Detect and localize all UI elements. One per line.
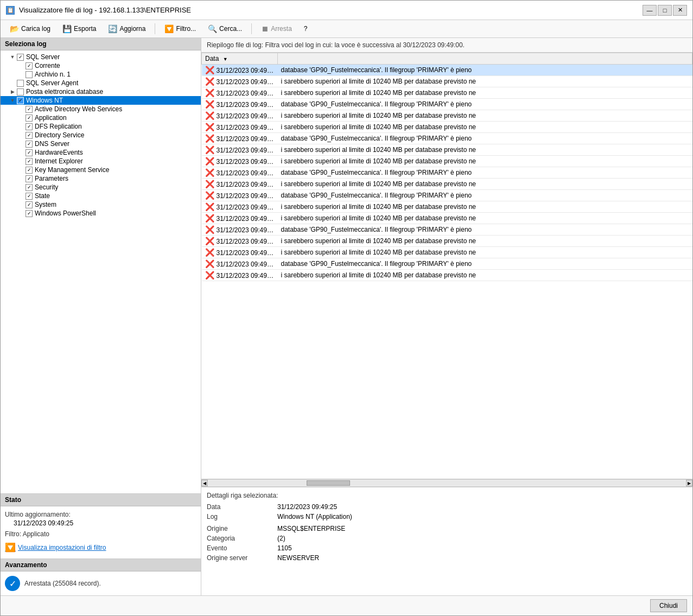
tree-item-corrente[interactable]: Corrente (1, 61, 201, 70)
filter-button[interactable]: 🔽 Filtro... (160, 22, 201, 35)
tree-item-windows-nt[interactable]: ▼ Windows NT (1, 96, 201, 105)
close-button[interactable]: Chiudi (650, 599, 687, 612)
directory-label: Directory Service (35, 131, 84, 139)
checkbox-state[interactable] (26, 193, 33, 200)
details-label-server: Origine server (207, 554, 272, 562)
spacer-sec (18, 184, 24, 190)
application-label: Application (35, 114, 67, 122)
dns-label: DNS Server (35, 140, 69, 148)
tree-item-application[interactable]: Application (1, 113, 201, 122)
table-row[interactable]: ❌31/12/2023 09:49:25database 'GP90_Fuste… (202, 99, 692, 110)
table-row[interactable]: ❌31/12/2023 09:49:25database 'GP90_Fuste… (202, 190, 692, 201)
table-row[interactable]: ❌31/12/2023 09:49:25i sarebbero superior… (202, 87, 692, 99)
checkbox-security[interactable] (26, 184, 33, 191)
table-row[interactable]: ❌31/12/2023 09:49:25database 'GP90_Fuste… (202, 224, 692, 236)
table-row[interactable]: ❌31/12/2023 09:49:25i sarebbero superior… (202, 236, 692, 247)
tree-item-hardware[interactable]: HardwareEvents (1, 148, 201, 157)
close-window-button[interactable]: ✕ (673, 5, 687, 16)
log-msg-cell: i sarebbero superiori al limite di 10240… (278, 144, 692, 156)
scroll-left-btn[interactable]: ◀ (201, 480, 208, 486)
maximize-button[interactable]: □ (658, 5, 672, 16)
filter-label: Filtro... (176, 25, 196, 33)
table-row[interactable]: ❌31/12/2023 09:49:25i sarebbero superior… (202, 179, 692, 190)
details-label-origine: Origine (207, 524, 272, 533)
refresh-button[interactable]: 🔄 Aggiorna (103, 22, 150, 35)
table-row[interactable]: ❌31/12/2023 09:49:25database 'GP90_Fuste… (202, 258, 692, 270)
checkbox-ie[interactable] (26, 158, 33, 165)
expand-icon-posta: ▶ (9, 88, 16, 95)
stop-button[interactable]: ⏹ Arresta (256, 22, 297, 35)
log-date-cell: ❌31/12/2023 09:49:25 (202, 224, 278, 236)
checkbox-application[interactable] (26, 115, 33, 122)
log-table-container[interactable]: Data ▼ ❌31/12/2023 09:49:25database 'GP9… (201, 53, 692, 479)
tree-item-key-mgmt[interactable]: Key Management Service (1, 166, 201, 174)
state-label: State (35, 192, 50, 200)
help-button[interactable]: ? (299, 23, 313, 35)
checkbox-ad-web[interactable] (26, 106, 33, 113)
checkbox-dfs[interactable] (26, 123, 33, 130)
checkbox-powershell[interactable] (26, 210, 33, 217)
status-section: Stato Ultimo aggiornamento: 31/12/2023 0… (1, 494, 201, 559)
checkbox-sql-agent[interactable] (17, 80, 24, 87)
minimize-button[interactable]: — (643, 5, 657, 16)
table-row[interactable]: ❌31/12/2023 09:49:25database 'GP90_Fuste… (202, 65, 692, 76)
stop-icon: ⏹ (261, 24, 269, 33)
log-msg-cell: database 'GP90_Fustelmeccanica'. Il file… (278, 99, 692, 110)
checkbox-directory[interactable] (26, 132, 33, 139)
tree-item-archivio[interactable]: Archivio n. 1 (1, 70, 201, 79)
col-header-data[interactable]: Data ▼ (202, 53, 278, 65)
tree-item-system[interactable]: System (1, 200, 201, 209)
checkbox-posta[interactable] (17, 88, 24, 96)
load-log-button[interactable]: 📂 Carica log (5, 22, 55, 35)
checkbox-hardware[interactable] (26, 149, 33, 156)
table-row[interactable]: ❌31/12/2023 09:49:25i sarebbero superior… (202, 247, 692, 258)
table-row[interactable]: ❌31/12/2023 09:49:25i sarebbero superior… (202, 110, 692, 122)
tree-item-sql-agent[interactable]: SQL Server Agent (1, 79, 201, 87)
scroll-right-btn[interactable]: ▶ (686, 480, 692, 486)
table-row[interactable]: ❌31/12/2023 09:49:25i sarebbero superior… (202, 144, 692, 156)
tree-item-directory[interactable]: Directory Service (1, 131, 201, 139)
tree-item-state[interactable]: State (1, 192, 201, 200)
tree-item-dns[interactable]: DNS Server (1, 139, 201, 148)
checkbox-corrente[interactable] (26, 62, 33, 69)
log-msg-cell: database 'GP90_Fustelmeccanica'. Il file… (278, 224, 692, 236)
tree-item-ie[interactable]: Internet Explorer (1, 157, 201, 166)
table-row[interactable]: ❌31/12/2023 09:49:25i sarebbero superior… (202, 156, 692, 167)
help-label: ? (304, 25, 308, 33)
log-date-cell: ❌31/12/2023 09:49:25 (202, 236, 278, 247)
tree-item-posta[interactable]: ▶ Posta elettronica database (1, 87, 201, 96)
checkbox-system[interactable] (26, 201, 33, 208)
error-icon: ❌ (205, 202, 214, 211)
error-icon: ❌ (205, 259, 214, 268)
checkbox-key-mgmt[interactable] (26, 167, 33, 174)
tree-item-security[interactable]: Security (1, 183, 201, 192)
table-row[interactable]: ❌31/12/2023 09:49:25i sarebbero superior… (202, 213, 692, 224)
error-icon: ❌ (205, 88, 214, 97)
table-row[interactable]: ❌31/12/2023 09:49:25i sarebbero superior… (202, 76, 692, 87)
checkbox-parameters[interactable] (26, 175, 33, 182)
log-msg-cell: i sarebbero superiori al limite di 10240… (278, 270, 692, 281)
tree-item-sql-server[interactable]: ▼ SQL Server (1, 53, 201, 61)
tree-item-powershell[interactable]: Windows PowerShell (1, 209, 201, 218)
tree-item-dfs[interactable]: DFS Replication (1, 122, 201, 131)
parameters-label: Parameters (35, 175, 68, 182)
checkbox-archivio[interactable] (26, 71, 33, 78)
h-scroll-thumb[interactable] (307, 480, 350, 486)
status-header: Stato (1, 494, 201, 506)
table-row[interactable]: ❌31/12/2023 09:49:25database 'GP90_Fuste… (202, 167, 692, 179)
table-row[interactable]: ❌31/12/2023 09:49:25i sarebbero superior… (202, 201, 692, 213)
tree-item-parameters[interactable]: Parameters (1, 174, 201, 183)
checkbox-windows-nt[interactable] (17, 97, 24, 104)
search-button[interactable]: 🔍 Cerca... (203, 22, 247, 35)
export-button[interactable]: 💾 Esporta (58, 22, 101, 35)
tree-item-ad-web[interactable]: Active Directory Web Services (1, 105, 201, 113)
checkbox-sql-server[interactable] (17, 54, 24, 61)
checkbox-dns[interactable] (26, 141, 33, 148)
h-scrollbar[interactable]: ◀ ▶ (201, 479, 692, 487)
h-scroll-track (209, 480, 685, 486)
details-grid: Data 31/12/2023 09:49:25 Log Windows NT … (207, 503, 687, 562)
table-row[interactable]: ❌31/12/2023 09:49:25i sarebbero superior… (202, 270, 692, 281)
filter-link[interactable]: 🔽 Visualizza impostazioni di filtro (5, 542, 196, 553)
table-row[interactable]: ❌31/12/2023 09:49:25database 'GP90_Fuste… (202, 133, 692, 144)
table-row[interactable]: ❌31/12/2023 09:49:25i sarebbero superior… (202, 122, 692, 133)
